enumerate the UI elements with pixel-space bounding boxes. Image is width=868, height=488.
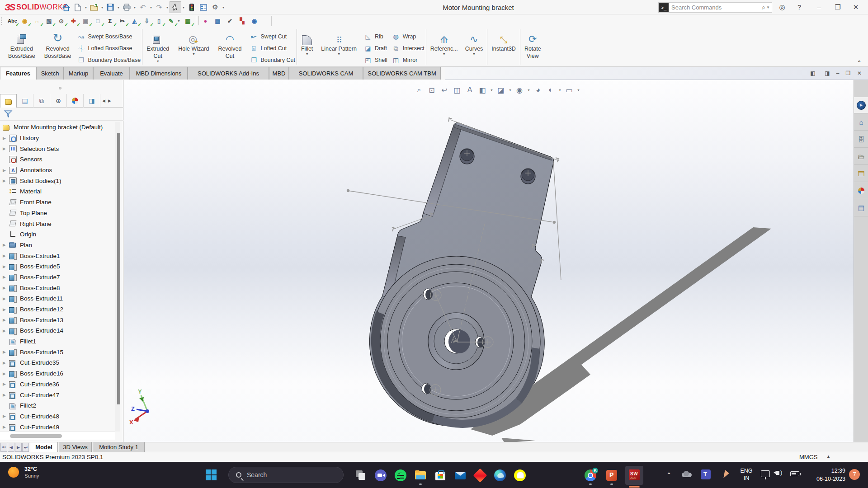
help-button[interactable]: ? [793,2,805,13]
teams-tray-icon[interactable] [701,469,711,479]
start-button[interactable] [206,469,217,480]
solidworks-logo[interactable]: ЗS SOLIDWORKS [5,2,68,12]
expand-arrow[interactable]: ▶ [3,168,9,173]
world-icon[interactable]: ◉ [248,16,260,26]
save-dropdown[interactable]: ▼ [116,6,121,9]
filter-funnel-icon[interactable] [4,109,13,118]
design-checker-icon[interactable]: ◉✓ [19,16,31,26]
expand-arrow[interactable]: ▶ [3,178,9,183]
check-solid-icon[interactable]: ▣✓ [80,16,92,26]
select-button[interactable] [170,1,181,13]
draft-button[interactable]: ◪Draft [363,42,387,54]
expand-arrow[interactable]: ▶ [3,136,9,141]
expand-arrow[interactable]: ▶ [3,264,9,269]
doc-pane-right-icon[interactable]: ◨ [824,70,831,76]
selection-filter-button[interactable] [186,1,198,13]
extruded-boss-base-button[interactable]: ExtrudedBoss/Base [5,27,38,66]
revolved-boss-base-button[interactable]: ↻ RevolvedBoss/Base [42,27,74,66]
verify-pencil-icon[interactable]: ✎✓ [165,16,177,26]
doc-close-button[interactable]: ✕ [856,70,863,76]
print-dropdown[interactable]: ▼ [132,6,137,9]
expand-arrow[interactable]: ▶ [3,243,9,247]
tree-item[interactable]: ▶Cut-Extrude47 [0,389,114,400]
tree-item[interactable]: ▶Boss-Extrude7 [0,272,114,283]
shell-button[interactable]: ◰Shell [363,54,387,66]
view-scene-icon[interactable]: ◐ [545,84,557,96]
logo-expand-arrow[interactable]: ▸ [47,1,49,13]
curves-button[interactable]: ∿ Curves ▼ [462,27,486,66]
hide-show-icon[interactable]: ◉ [514,84,525,96]
tab-solidworks-add-ins[interactable]: SOLIDWORKS Add-Ins [188,67,269,80]
section-view-icon[interactable]: ◫ [451,84,463,96]
redo-button[interactable]: ↷ [153,1,165,13]
expand-arrow[interactable]: ▶ [3,361,9,365]
rib-button[interactable]: ◺Rib [363,31,387,42]
expand-arrow[interactable]: ▶ [3,253,9,258]
notification-badge[interactable]: 7 [849,469,860,480]
hole-wizard-button[interactable]: ◎✦ Hole Wizard ▼ [175,27,212,66]
doctab-scroll-first[interactable]: ⏮ [0,443,7,452]
ref-geometry-icon[interactable]: ▧✓ [43,16,55,26]
user-account-button[interactable]: ◎ [776,2,788,13]
doc-question-icon[interactable]: ▯✓ [153,16,165,26]
tree-item[interactable]: ▶Cut-Extrude48 [0,411,114,422]
rotate-view-button[interactable]: ⟳ RotateView [522,27,544,66]
taskbar-clock[interactable]: 12:3906-10-2023 [809,467,845,483]
tree-item[interactable]: ▶Boss-Extrude12 [0,304,114,315]
command-search-box[interactable]: >_ Search Commands ⌕ ▼ [658,2,772,13]
options-button[interactable]: ⚙ [209,1,221,13]
panel-splitter-handle[interactable] [59,87,61,89]
intersect-button[interactable]: ⧉Intersect [391,42,425,54]
meet-icon[interactable] [375,469,387,481]
units-caret-icon[interactable]: ▲ [826,454,830,459]
cast-tray-icon[interactable] [761,470,770,477]
tree-item[interactable]: ▶Boss-Extrude14 [0,325,114,336]
panel-tabs-right-arrow[interactable]: ▶ [108,99,111,103]
toolbar-grip[interactable] [1,17,3,25]
tree-item[interactable]: ▶Cut-Extrude49 [0,422,114,432]
panel-tabs-left-arrow[interactable]: ◀ [102,99,105,103]
language-indicator[interactable]: ENGIN [738,467,755,482]
propertymanager-tab[interactable]: ▤ [17,94,33,108]
expand-arrow[interactable]: ▶ [3,286,9,290]
mirror-button[interactable]: ◫Mirror [391,54,425,66]
home-button[interactable] [60,1,72,13]
diamond-app-icon[interactable] [474,469,486,481]
tree-item[interactable]: ▶Front Plane [0,197,114,208]
expand-arrow[interactable]: ▶ [3,318,9,322]
lofted-cut-button[interactable]: ⌻Lofted Cut [249,42,295,54]
tree-hscroll-thumb[interactable] [10,434,62,438]
tab-sketch[interactable]: Sketch [36,67,64,80]
view-scene-icon-dropdown[interactable]: ▼ [557,89,562,92]
doctab-scroll-next[interactable]: ▶ [15,443,22,452]
draft-analysis-icon[interactable]: ◭✓ [128,16,141,26]
undo-button[interactable]: ↶ [137,1,149,13]
tree-item[interactable]: ▶Annotations [0,165,114,176]
search-dropdown[interactable]: ▼ [766,5,770,9]
solidworks-taskbar-icon[interactable] [628,469,640,481]
tab-evaluate[interactable]: Evaluate [93,67,130,80]
tree-item[interactable]: ▶Cut-Extrude36 [0,379,114,390]
appearance-sphere-icon[interactable]: ● [199,16,212,26]
view-settings-icon-dropdown[interactable]: ▼ [576,89,581,92]
performance-icon[interactable]: ⊙✓ [55,16,67,26]
onedrive-tray-icon[interactable] [682,471,693,477]
threedexperience-tab[interactable] [854,97,868,113]
doc-pane-left-icon[interactable]: ◧ [809,70,816,76]
tree-item[interactable]: ▶Selection Sets [0,143,114,154]
save-button[interactable] [104,1,116,13]
tree-item[interactable]: ▶Boss-Extrude5 [0,261,114,272]
tree-item[interactable]: ▶Plan [0,240,114,251]
doctab-model[interactable]: Model [30,442,58,452]
tree-vscroll-thumb[interactable] [117,133,120,404]
display-style-icon[interactable]: ◪ [495,84,507,96]
tree-item[interactable]: ▶Boss-Extrude8 [0,282,114,293]
expand-arrow[interactable]: ▶ [3,146,9,151]
volume-tray-icon[interactable] [776,471,779,475]
tree-item[interactable]: ▶History [0,133,114,144]
doctab-scroll-last[interactable]: ⏭ [22,443,29,452]
search-magnifier-icon[interactable]: ⌕ [762,4,765,11]
featuremanager-tab[interactable] [0,94,17,108]
linear-pattern-button[interactable]: ⠿ Linear Pattern ▼ [318,27,359,66]
tab-solidworks-cam-tbm[interactable]: SOLIDWORKS CAM TBM [363,67,441,80]
